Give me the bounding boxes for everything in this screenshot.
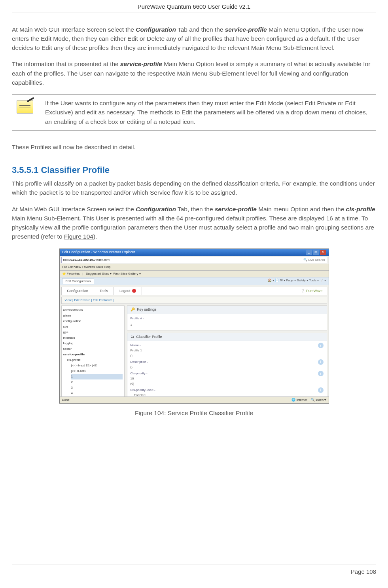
status-done: Done	[62, 398, 70, 402]
section-heading: 3.5.5.1 Classifier Profile	[12, 163, 376, 176]
doc-header: PureWave Quantum 6600 User Guide v2.1	[12, 0, 376, 13]
main-panel-area: 🔑Key settings Profile # - 1 🗂Classifier …	[125, 305, 327, 404]
panel-key-settings: 🔑Key settings Profile # - 1	[127, 305, 327, 330]
panel-classifier-profile: 🗂Classifier Profile iName -Profile 1() i…	[127, 333, 327, 404]
tree-item-service-profile[interactable]: service-profile	[63, 352, 123, 357]
tab-configuration[interactable]: Configuration	[62, 287, 95, 295]
note-text: If the User wants to configure any of th…	[45, 97, 376, 128]
section-number: 3.5.5.1	[12, 165, 38, 175]
page-number: Page 108	[351, 568, 376, 575]
info-icon[interactable]: i	[318, 387, 324, 393]
note-box: If the User wants to configure any of th…	[12, 94, 376, 131]
paragraph-2: The information that is presented at the…	[12, 59, 376, 87]
paragraph-3: These Profiles will now be described in …	[12, 142, 376, 152]
status-zone: Internet	[297, 398, 307, 402]
tree-item[interactable]: logging	[63, 341, 123, 346]
logout-button[interactable]: Logout	[114, 287, 142, 295]
tree-nav[interactable]: |<< <Last>	[71, 368, 123, 374]
tab-tools[interactable]: Tools	[94, 287, 114, 295]
info-icon[interactable]: i	[318, 343, 324, 348]
figure-link[interactable]: Figure 104	[64, 233, 93, 240]
stop-icon	[132, 289, 136, 293]
section-title: Classifier Profile	[41, 165, 110, 175]
info-icon[interactable]: i	[318, 359, 324, 365]
view-mode-bar[interactable]: View | Edit Private | Edit Exclusive |	[61, 297, 327, 304]
tree-num[interactable]: 3	[71, 385, 123, 391]
paragraph-4: This profile will classify on a packet b…	[12, 179, 376, 197]
nav-tree[interactable]: administration alarm configuration cpe g…	[61, 305, 125, 404]
tree-num[interactable]: 2	[71, 379, 123, 385]
browser-page-tools[interactable]: 🏠 ▾ 📄 ✉ ▾ Page ▾ Safety ▾ Tools ▾ ❔ ▾	[268, 278, 326, 283]
maximize-button[interactable]: ▭	[313, 250, 319, 255]
doc-title: PureWave Quantum 6600 User Guide v2.1	[138, 3, 250, 10]
figure-screenshot: Edit Configuration - Windows Internet Ex…	[59, 248, 329, 404]
browser-menu[interactable]: File Edit View Favorites Tools Help	[60, 264, 329, 271]
paragraph-5: At Main Web GUI Interface Screen select …	[12, 205, 376, 241]
tree-item[interactable]: interface	[63, 335, 123, 341]
page-footer: Page 108	[12, 565, 376, 577]
tree-item[interactable]: sector	[63, 346, 123, 352]
tree-item[interactable]: configuration	[63, 319, 123, 324]
status-bar: Done 🌐 Internet 🔍 100% ▾	[60, 396, 329, 403]
app-toolbar: Configuration Tools Logout ❔ PureWave	[61, 287, 327, 296]
browser-tab[interactable]: Edit Configuration	[62, 278, 95, 284]
figure-caption: Figure 104: Service Profile Classifier P…	[12, 408, 376, 417]
tree-item-cls-profile[interactable]: cls-profile	[67, 357, 123, 363]
address-bar[interactable]: http://192.168.200.191/index.html 🔍 Live…	[61, 257, 327, 263]
window-titlebar: Edit Configuration - Windows Internet Ex…	[60, 249, 329, 256]
tree-item[interactable]: gps	[63, 330, 123, 335]
tree-item[interactable]: cpe	[63, 324, 123, 330]
tree-nav[interactable]: |<< <Next 15> (48)	[71, 363, 123, 368]
favorites-bar[interactable]: ⭐ Favorites | Suggested Sites ▾ Web Slic…	[60, 271, 329, 277]
browser-tab-bar: 🏠 ▾ 📄 ✉ ▾ Page ▾ Safety ▾ Tools ▾ ❔ ▾ Ed…	[60, 277, 329, 285]
paragraph-1: At Main Web GUI Interface Screen select …	[12, 25, 376, 53]
zoom-level: 100%	[316, 398, 324, 402]
panel-title: Key settings	[137, 307, 157, 313]
close-button[interactable]: ✕	[320, 250, 326, 255]
brand-label: PureWave	[306, 289, 323, 293]
tree-num[interactable]: 1	[71, 374, 123, 379]
info-icon[interactable]: i	[318, 371, 324, 376]
window-title: Edit Configuration - Windows Internet Ex…	[62, 250, 135, 255]
tree-num[interactable]: 4	[71, 391, 123, 396]
minimize-button[interactable]: _	[306, 250, 312, 255]
tree-item[interactable]: alarm	[63, 313, 123, 319]
tree-item[interactable]: administration	[63, 307, 123, 313]
note-icon	[12, 97, 45, 128]
panel-title: Classifier Profile	[136, 334, 162, 340]
